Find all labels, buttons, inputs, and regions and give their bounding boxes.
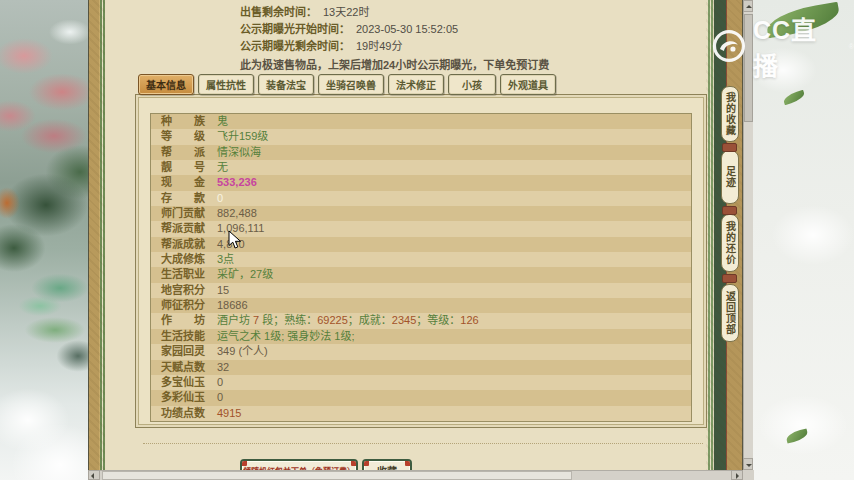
attr-value: 0 [217,375,691,390]
side-nav-返回顶部[interactable]: 返回顶部 [721,284,739,342]
sale-info-line: 公示期曝光开始时间：2023-05-30 15:52:05 [240,21,458,38]
attr-label: 大成修炼 [161,252,217,267]
left-arrow-icon [91,473,94,479]
attr-label: 帮派贡献 [161,221,217,236]
sale-info-block: 出售剩余时间：13天22时公示期曝光开始时间：2023-05-30 15:52:… [240,4,458,55]
side-nav-足迹[interactable]: 足迹 [721,150,739,204]
attribute-table: 种 族鬼等 级飞升159级帮 派情深似海靓 号无现 金533,236存 款0师门… [150,113,692,422]
horizontal-scrollbar[interactable] [88,470,743,480]
attr-value: 4,870 [217,237,691,252]
table-row: 生活职业采矿，27级 [151,267,691,282]
sale-info-value: 13天22时 [323,6,369,18]
frame-left-border [88,0,105,480]
scroll-up-button[interactable] [743,0,753,12]
attr-label: 作 坊 [161,313,217,328]
table-row: 家园回灵349 (个人) [151,344,691,359]
side-nav-separator [722,274,737,283]
right-arrow-icon [736,473,739,479]
side-nav-我的还价[interactable]: 我的还价 [721,214,739,272]
attr-value-segment: ；等级： [416,314,460,326]
sale-info-value: 2023-05-30 15:52:05 [356,23,458,35]
attr-label: 天赋点数 [161,360,217,375]
attr-label: 功绩点数 [161,406,217,421]
attr-label: 师征积分 [161,298,217,313]
attr-label: 帮派成就 [161,237,217,252]
table-row: 种 族鬼 [151,114,691,129]
attr-value: 4915 [217,406,691,421]
sale-info-line: 出售剩余时间：13天22时 [240,4,458,21]
attr-value: 18686 [217,298,691,313]
scroll-right-button[interactable] [731,470,743,480]
table-row: 师门贡献882,488 [151,206,691,221]
tab-基本信息[interactable]: 基本信息 [138,74,194,95]
watermark-reg-mark: ® [849,43,854,50]
watermark-text: CC直播 [753,10,843,82]
attr-label: 多彩仙玉 [161,390,217,405]
attr-value: 32 [217,360,691,375]
attr-value: 15 [217,283,691,298]
table-row: 多彩仙玉0 [151,390,691,405]
scroll-left-button[interactable] [88,470,100,480]
table-row: 地宫积分15 [151,283,691,298]
attr-value-segment: 69225 [317,314,348,326]
table-row: 存 款0 [151,191,691,206]
attr-label: 存 款 [161,191,217,206]
attr-label: 生活技能 [161,329,217,344]
attr-value: 飞升159级 [217,129,691,144]
attr-label: 家园回灵 [161,344,217,359]
attr-value-segment: 126 [460,314,478,326]
attr-label: 靓 号 [161,160,217,175]
tab-坐骑召唤兽[interactable]: 坐骑召唤兽 [318,74,384,95]
dotted-separator [143,443,703,444]
side-nav-separator [722,206,737,215]
attr-value: 3点 [217,252,691,267]
table-row: 天赋点数32 [151,360,691,375]
tab-法术修正[interactable]: 法术修正 [388,74,444,95]
attr-label: 等 级 [161,129,217,144]
scroll-down-button[interactable] [743,458,753,470]
side-nav-我的收藏[interactable]: 我的收藏 [721,86,739,142]
fantasy-landscape-artwork [0,0,88,480]
attr-value-segment: 段；熟练： [259,314,317,326]
basic-info-panel: 种 族鬼等 级飞升159级帮 派情深似海靓 号无现 金533,236存 款0师门… [135,94,707,428]
attr-label: 帮 派 [161,145,217,160]
attr-value-segment: 2345 [392,314,416,326]
attr-value: 酒户坊 7 段；熟练：69225；成就：2345；等级：126 [217,313,691,328]
tab-装备法宝[interactable]: 装备法宝 [258,74,314,95]
table-row: 多宝仙玉0 [151,375,691,390]
table-row: 等 级飞升159级 [151,129,691,144]
attr-label: 地宫积分 [161,283,217,298]
table-row: 师征积分18686 [151,298,691,313]
flash-sale-notice: 此为极速售物品，上架后增加24小时公示期曝光，下单免预订费 [240,56,549,72]
attr-value-segment: ；成就： [348,314,392,326]
sale-info-value: 19时49分 [356,40,402,52]
attr-value: 情深似海 [217,145,691,160]
up-arrow-icon [746,5,752,8]
table-row: 帮 派情深似海 [151,145,691,160]
tab-属性抗性[interactable]: 属性抗性 [198,74,254,95]
attr-value: 鬼 [217,114,691,129]
table-row: 生活技能运气之术 1级; 强身妙法 1级; [151,329,691,344]
sale-info-label: 公示期曝光剩余时间： [240,40,350,52]
sale-info-label: 公示期曝光开始时间： [240,23,350,35]
sale-info-line: 公示期曝光剩余时间：19时49分 [240,38,458,55]
horizontal-scroll-thumb[interactable] [102,471,572,480]
table-row: 作 坊酒户坊 7 段；熟练：69225；成就：2345；等级：126 [151,313,691,328]
attr-value: 533,236 [217,175,691,190]
attr-label: 现 金 [161,175,217,190]
table-row: 靓 号无 [151,160,691,175]
scrollbar-corner [743,470,754,480]
attr-value: 882,488 [217,206,691,221]
item-detail-content: 出售剩余时间：13天22时公示期曝光开始时间：2023-05-30 15:52:… [105,0,706,480]
down-arrow-icon [746,464,752,467]
tab-小孩[interactable]: 小孩 [448,74,496,95]
table-row: 大成修炼3点 [151,252,691,267]
attr-value-segment: 酒户坊 [217,314,253,326]
detail-tabs: 基本信息属性抗性装备法宝坐骑召唤兽法术修正小孩外观道具 [138,74,556,95]
tab-外观道具[interactable]: 外观道具 [500,74,556,95]
cc-livestream-watermark: CC直播 ® [711,26,854,66]
vertical-scrollbar[interactable] [743,0,753,480]
attr-label: 种 族 [161,114,217,129]
cc-logo-icon [711,28,747,64]
attr-value: 运气之术 1级; 强身妙法 1级; [217,329,691,344]
